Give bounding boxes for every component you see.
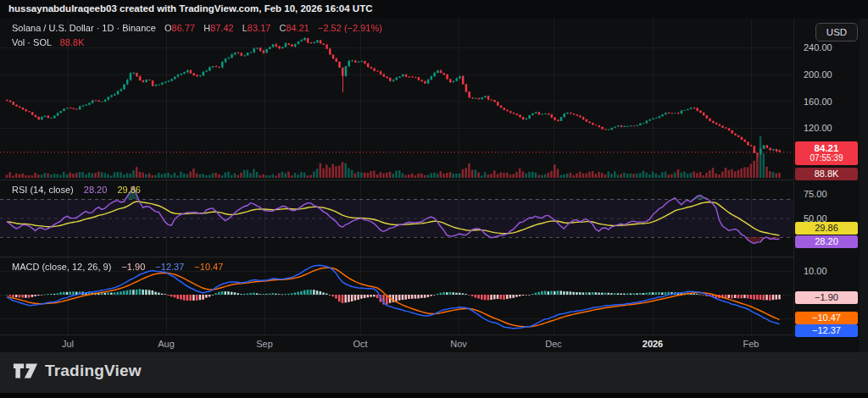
change-value: −2.52 (−2.91%) [318,23,382,33]
open-label: O [164,23,172,33]
high-label: H [203,23,210,33]
attribution-text: hussaynabdulraqeeb03 created with Tradin… [8,3,373,14]
macd-line-value: −12.37 [155,262,184,272]
macd-signal-badge: −10.47 [795,312,858,324]
rsi-title: RSI (14, close) [12,185,74,195]
open-value: 86.77 [172,23,196,33]
time-tick-label: Feb [743,339,760,349]
macd-signal-value: −10.47 [194,262,223,272]
tradingview-logo[interactable]: TradingView [13,362,142,380]
rsi-legend[interactable]: RSI (14, close) 28.20 29.86 [12,185,141,195]
volume-label: Vol · SOL [12,37,52,47]
price-tick-label: 240.00 [804,41,832,53]
chart-card: Solana / U.S. Dollar · 1D · Binance O86.… [0,19,860,352]
time-tick-label: Jul [62,339,74,349]
close-value: 84.21 [286,23,309,33]
high-value: 87.42 [210,23,234,33]
macd-histogram-value: −1.90 [121,262,145,272]
rsi-value: 28.20 [84,185,108,195]
volume-value: 88.8K [60,37,85,47]
time-axis[interactable]: JulAugSepOctNovDec2026Feb [0,334,860,352]
chart-canvas[interactable] [0,19,793,334]
rsi-badge: 28.20 [795,235,858,248]
price-tick-label: 160.00 [804,96,832,108]
right-margin [860,19,868,352]
last-price-badge: 84.21 07:55:39 [795,141,858,165]
low-value: 83.17 [248,23,271,33]
price-tick-label: 75.00 [804,188,827,200]
symbol-title: Solana / U.S. Dollar · 1D · Binance [12,23,156,33]
macd-title: MACD (close, 12, 26, 9) [12,262,111,272]
last-price-value: 84.21 [795,143,858,153]
attribution-bar: hussaynabdulraqeeb03 created with Tradin… [0,0,868,19]
bottom-edge [0,393,868,398]
time-tick-label: Oct [353,339,367,349]
footer: TradingView [0,352,868,393]
price-scale[interactable]: USD 84.21 07:55:39 88.8K 29.86 28.20 −1.… [793,19,860,334]
price-tick-label: 120.00 [804,122,832,134]
time-tick-label: Aug [158,339,175,349]
rsi-ma-value: 29.86 [117,185,141,195]
time-tick-label: Nov [450,339,467,349]
macd-legend[interactable]: MACD (close, 12, 26, 9) −1.90 −12.37 −10… [12,262,223,272]
symbol-legend[interactable]: Solana / U.S. Dollar · 1D · Binance O86.… [12,23,382,33]
tradingview-logo-icon [13,362,38,380]
currency-toggle-button[interactable]: USD [815,23,858,41]
rsi-ma-badge: 29.86 [795,222,858,235]
price-tick-label: 10.00 [804,265,827,277]
tradingview-logo-text: TradingView [45,362,142,380]
macd-histogram-badge: −1.90 [795,291,858,304]
tradingview-snapshot: hussaynabdulraqeeb03 created with Tradin… [0,0,868,398]
volume-legend[interactable]: Vol · SOL 88.8K [12,37,84,47]
macd-line-badge: −12.37 [795,324,858,337]
time-tick-label: Dec [545,339,562,349]
bar-countdown: 07:55:39 [795,153,858,163]
time-tick-label: 2026 [643,339,663,349]
price-tick-label: 200.00 [804,69,832,80]
time-tick-label: Sep [256,339,273,349]
volume-badge: 88.8K [795,168,858,180]
